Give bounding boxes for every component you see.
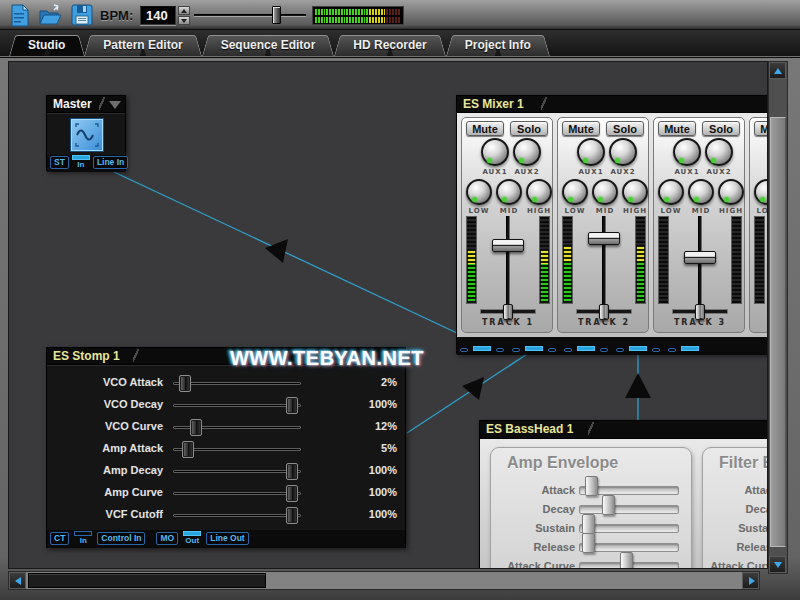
port-led-in[interactable]: [679, 346, 701, 352]
stomp-dropdown-icon[interactable]: [389, 353, 401, 361]
slider-handle[interactable]: [179, 375, 191, 392]
horizontal-scrollbar-thumb[interactable]: [28, 573, 266, 588]
slider-handle[interactable]: [286, 397, 298, 414]
vertical-scrollbar-thumb[interactable]: [770, 117, 786, 547]
low-knob[interactable]: [562, 179, 588, 205]
volume-fader[interactable]: [588, 232, 620, 245]
volume-fader[interactable]: [684, 251, 716, 264]
slider-track[interactable]: [173, 470, 301, 473]
slider-handle[interactable]: [182, 441, 194, 458]
bpm-spinner-up-icon[interactable]: [178, 6, 190, 15]
slider-handle[interactable]: [602, 495, 615, 515]
solo-button[interactable]: Solo: [702, 121, 740, 136]
bpm-spinner-down-icon[interactable]: [178, 16, 190, 25]
studio-canvas[interactable]: Master STInLine In ES Mi: [8, 61, 768, 569]
port-button-line-in[interactable]: Line In: [93, 156, 128, 169]
port-led-in[interactable]: [523, 346, 545, 352]
open-file-button[interactable]: [37, 3, 63, 28]
master-dropdown-icon[interactable]: [109, 101, 121, 109]
slider-handle[interactable]: [190, 419, 202, 436]
solo-button[interactable]: Solo: [606, 121, 644, 136]
slider-track[interactable]: [173, 492, 301, 495]
solo-button[interactable]: Solo: [510, 121, 548, 136]
port-button-trk3in[interactable]: [652, 348, 660, 352]
stomp-header[interactable]: ES Stomp 1: [47, 348, 405, 365]
tab-sequence-editor[interactable]: Sequence Editor: [205, 35, 332, 56]
tab-hd-recorder[interactable]: HD Recorder: [337, 35, 442, 56]
tab-project-info[interactable]: Project Info: [449, 35, 547, 56]
module-es-mixer-1[interactable]: ES Mixer 1 MuteSoloAUX1AUX2LOWMIDHIGHTRA…: [456, 95, 768, 354]
module-master[interactable]: Master STInLine In: [46, 95, 126, 171]
slider-track[interactable]: [173, 404, 301, 407]
master-waveform-icon[interactable]: [71, 119, 103, 151]
master-volume-slider-track[interactable]: [194, 14, 306, 17]
vertical-scrollbar[interactable]: [768, 61, 788, 574]
aux2-knob[interactable]: [609, 138, 637, 166]
port-led-in[interactable]: [627, 346, 649, 352]
volume-fader[interactable]: [492, 239, 524, 252]
port-led-in[interactable]: In: [72, 531, 94, 545]
horizontal-scrollbar[interactable]: [8, 571, 760, 590]
port-led-out[interactable]: Out: [181, 531, 203, 545]
slider-track[interactable]: [173, 382, 301, 385]
low-knob[interactable]: [466, 179, 492, 205]
slider-handle[interactable]: [286, 463, 298, 480]
mixer-header[interactable]: ES Mixer 1: [457, 96, 768, 113]
aux1-knob[interactable]: [673, 138, 701, 166]
new-file-button[interactable]: [7, 3, 33, 28]
module-es-stomp-1[interactable]: ES Stomp 1 VCO Attack2%VCO Decay100%VCO …: [46, 347, 406, 548]
port-button-st[interactable]: [616, 348, 624, 352]
mute-button[interactable]: Mute: [562, 121, 600, 136]
module-es-basshead-1[interactable]: ES BassHead 1 Amp Envelope AttackDecaySu…: [479, 420, 768, 569]
slider-handle[interactable]: [620, 552, 633, 569]
low-knob[interactable]: [754, 179, 768, 205]
save-file-button[interactable]: [69, 3, 95, 28]
mute-button[interactable]: Mute: [466, 121, 504, 136]
fader-track[interactable]: [506, 216, 510, 304]
port-button-mo[interactable]: MO: [156, 532, 178, 545]
master-volume-slider-handle[interactable]: [272, 6, 281, 24]
port-button-ct[interactable]: CT: [50, 532, 69, 545]
aux2-knob[interactable]: [513, 138, 541, 166]
port-led-in[interactable]: [575, 346, 597, 352]
slider-handle[interactable]: [582, 533, 595, 553]
slider-handle[interactable]: [286, 485, 298, 502]
aux1-knob[interactable]: [577, 138, 605, 166]
port-led-out[interactable]: [471, 346, 493, 352]
master-header[interactable]: Master: [47, 96, 125, 113]
port-button-control-in[interactable]: Control In: [97, 532, 145, 545]
port-button-output[interactable]: [496, 348, 504, 352]
fader-track[interactable]: [602, 216, 606, 304]
slider-handle[interactable]: [582, 514, 595, 534]
scroll-right-button[interactable]: [742, 572, 759, 589]
port-led-in[interactable]: In: [72, 155, 90, 169]
aux2-knob[interactable]: [705, 138, 733, 166]
mid-knob[interactable]: [592, 179, 618, 205]
tab-studio[interactable]: Studio: [12, 35, 81, 56]
port-button-trk1in[interactable]: [548, 348, 556, 352]
slider-handle[interactable]: [286, 507, 298, 524]
basshead-header[interactable]: ES BassHead 1: [480, 421, 768, 439]
tab-pattern-editor[interactable]: Pattern Editor: [87, 35, 198, 56]
aux1-knob[interactable]: [481, 138, 509, 166]
mute-button[interactable]: Mute: [658, 121, 696, 136]
port-button-st[interactable]: [668, 348, 676, 352]
slider-handle[interactable]: [585, 476, 598, 496]
port-button-st[interactable]: ST: [50, 156, 69, 169]
slider-track[interactable]: [579, 505, 679, 514]
port-button-st[interactable]: [460, 348, 468, 352]
mid-knob[interactable]: [688, 179, 714, 205]
scroll-up-button[interactable]: [769, 62, 786, 79]
port-button-st[interactable]: [512, 348, 520, 352]
slider-track[interactable]: [173, 514, 301, 517]
low-knob[interactable]: [658, 179, 684, 205]
mute-button[interactable]: Mute: [754, 121, 768, 136]
mid-knob[interactable]: [496, 179, 522, 205]
scroll-left-button[interactable]: [9, 572, 26, 589]
high-knob[interactable]: [718, 179, 744, 205]
bpm-value-box[interactable]: 140: [140, 6, 176, 25]
port-button-line-out[interactable]: Line Out: [206, 532, 248, 545]
high-knob[interactable]: [622, 179, 648, 205]
scroll-down-button[interactable]: [769, 556, 786, 573]
port-button-st[interactable]: [564, 348, 572, 352]
